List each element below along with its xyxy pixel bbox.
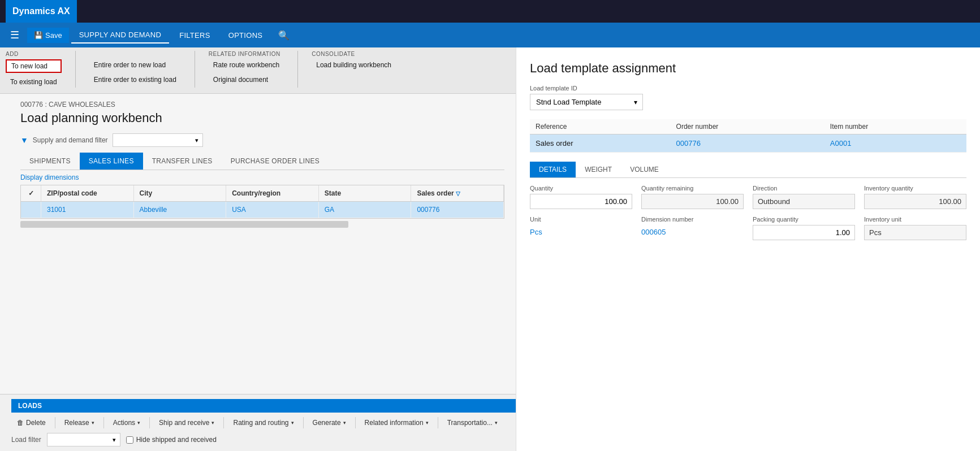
tab-purchase-order-lines[interactable]: PURCHASE ORDER LINES [222, 153, 329, 170]
actions-label: Actions [113, 419, 135, 427]
load-building-button[interactable]: Load building workbench [312, 59, 396, 71]
to-existing-load-button[interactable]: To existing load [6, 76, 62, 88]
left-panel: ADD To new load To existing load Entire … [0, 47, 516, 451]
ribbon-section-consolidate: CONSOLIDATE Load building workbench [312, 51, 396, 71]
packing-quantity-input[interactable] [753, 225, 855, 240]
nav-filters[interactable]: FILTERS [171, 28, 218, 43]
detail-tab-weight[interactable]: WEIGHT [576, 162, 621, 177]
right-panel: Load template assignment Load template I… [516, 47, 980, 451]
ship-receive-button[interactable]: Ship and receive ▾ [153, 416, 220, 430]
inventory-quantity-label: Inventory quantity [864, 185, 966, 192]
app-title: Dynamics AX [6, 0, 77, 23]
inventory-quantity-input [864, 194, 966, 209]
ref-col-reference: Reference [530, 119, 671, 135]
inventory-unit-label: Inventory unit [864, 216, 966, 223]
unit-label: Unit [530, 216, 632, 223]
grid-cell-zip: 31001 [41, 202, 134, 218]
release-button[interactable]: Release ▾ [59, 416, 100, 430]
filter-label: Supply and demand filter [33, 136, 108, 144]
load-filter-select-wrapper [47, 433, 120, 446]
tab-sales-lines[interactable]: SALES LINES [80, 153, 143, 170]
quantity-input[interactable] [530, 194, 632, 209]
table-row[interactable]: Sales order 000776 A0001 [530, 135, 966, 153]
entire-to-existing-button[interactable]: Entire order to existing load [89, 74, 181, 85]
ref-cell-item-number[interactable]: A0001 [824, 135, 966, 153]
horizontal-scrollbar[interactable] [20, 221, 348, 228]
bottom-actions: 🗑 Delete Release ▾ Actions ▾ Ship and re… [0, 415, 516, 431]
grid-header-zip: ZIP/postal code [41, 185, 134, 201]
ref-col-order-number: Order number [671, 119, 824, 135]
load-filter-select[interactable] [47, 433, 120, 446]
transportation-button[interactable]: Transportatio... ▾ [442, 416, 503, 430]
page-subtitle: 000776 : CAVE WHOLESALES [20, 101, 504, 109]
hide-shipped-checkbox[interactable] [126, 436, 133, 444]
generate-label: Generate [313, 419, 341, 427]
transportation-label: Transportatio... [447, 419, 493, 427]
action-divider-2 [103, 417, 104, 428]
action-divider-3 [149, 417, 150, 428]
transportation-chevron: ▾ [495, 420, 498, 426]
grid-cell-city: Abbeville [134, 202, 227, 218]
ref-cell-reference: Sales order [530, 135, 671, 153]
action-divider-4 [223, 417, 224, 428]
action-divider-7 [438, 417, 438, 428]
ref-col-item-number: Item number [824, 119, 966, 135]
ref-table: Reference Order number Item number Sales… [530, 119, 966, 153]
filter-icon: ▼ [20, 136, 28, 145]
generate-button[interactable]: Generate ▾ [307, 416, 352, 430]
add-section-label: ADD [6, 51, 62, 57]
dimension-number-value[interactable]: 000605 [641, 225, 744, 239]
ref-table-container: Reference Order number Item number Sales… [516, 119, 980, 153]
rating-routing-button[interactable]: Rating and routing ▾ [227, 416, 299, 430]
original-doc-button[interactable]: Original document [209, 74, 284, 85]
actions-button[interactable]: Actions ▾ [107, 416, 146, 430]
grid-cell-sales-order: 000776 [411, 202, 504, 218]
page-title: Load planning workbench [20, 111, 504, 125]
nav-supply-demand[interactable]: SUPPLY AND DEMAND [71, 27, 170, 44]
entire-to-new-button[interactable]: Entire order to new load [89, 59, 181, 71]
rating-routing-chevron: ▾ [291, 420, 294, 426]
panel-title: Load template assignment [516, 47, 980, 85]
ref-cell-order-number[interactable]: 000776 [671, 135, 824, 153]
hide-shipped-text: Hide shipped and received [136, 436, 217, 444]
bottom-toolbar: LOADS 🗑 Delete Release ▾ Actions ▾ [0, 394, 516, 451]
action-divider-1 [55, 417, 55, 428]
tab-transfer-lines[interactable]: TRANSFER LINES [143, 153, 222, 170]
display-dimensions-link[interactable]: Display dimensions [0, 170, 516, 185]
table-row[interactable]: 31001 Abbeville USA GA 000776 [21, 202, 504, 218]
detail-tab-volume[interactable]: VOLUME [621, 162, 668, 177]
template-id-select[interactable]: Stnd Load Template [530, 94, 643, 110]
supply-demand-filter-select[interactable] [113, 133, 203, 147]
hide-shipped-label[interactable]: Hide shipped and received [126, 436, 217, 444]
top-bar: Dynamics AX [0, 0, 980, 23]
field-group-quantity-remaining: Quantity remaining [641, 185, 744, 209]
hamburger-icon[interactable]: ☰ [5, 25, 25, 45]
save-button[interactable]: 💾 Save [27, 28, 69, 43]
grid-cell-country: USA [226, 202, 319, 218]
scroll-row[interactable] [0, 219, 516, 230]
ribbon-sections: ADD To new load To existing load Entire … [6, 51, 510, 88]
field-group-direction: Direction Outbound [753, 185, 855, 209]
content-area: 000776 : CAVE WHOLESALES Load planning w… [0, 94, 516, 394]
load-filter-label: Load filter [11, 436, 41, 444]
unit-value[interactable]: Pcs [530, 225, 632, 239]
rate-route-button[interactable]: Rate route workbench [209, 59, 284, 71]
add-buttons: To new load To existing load [6, 59, 62, 88]
field-group-inventory-unit: Inventory unit Pcs [864, 216, 966, 240]
detail-tab-details[interactable]: DETAILS [530, 162, 576, 177]
grid-cell-state: GA [319, 202, 412, 218]
trash-icon: 🗑 [17, 419, 24, 427]
ribbon-divider-2 [195, 51, 195, 88]
delete-button[interactable]: 🗑 Delete [11, 416, 51, 430]
detail-fields: Quantity Quantity remaining Direction Ou… [516, 178, 980, 247]
nav-bar: ☰ 💾 Save SUPPLY AND DEMAND FILTERS OPTIO… [0, 23, 980, 47]
related-info-button[interactable]: Related information ▾ [359, 416, 434, 430]
grid-cell-check [21, 202, 41, 218]
filter-row: ▼ Supply and demand filter [0, 130, 516, 153]
to-new-load-button[interactable]: To new load [6, 59, 62, 73]
tab-shipments[interactable]: SHIPMENTS [20, 153, 80, 170]
search-icon[interactable]: 🔍 [273, 27, 295, 44]
field-group-dimension-number: Dimension number 000605 [641, 216, 744, 240]
nav-options[interactable]: OPTIONS [221, 28, 271, 43]
main-layout: ADD To new load To existing load Entire … [0, 47, 980, 451]
